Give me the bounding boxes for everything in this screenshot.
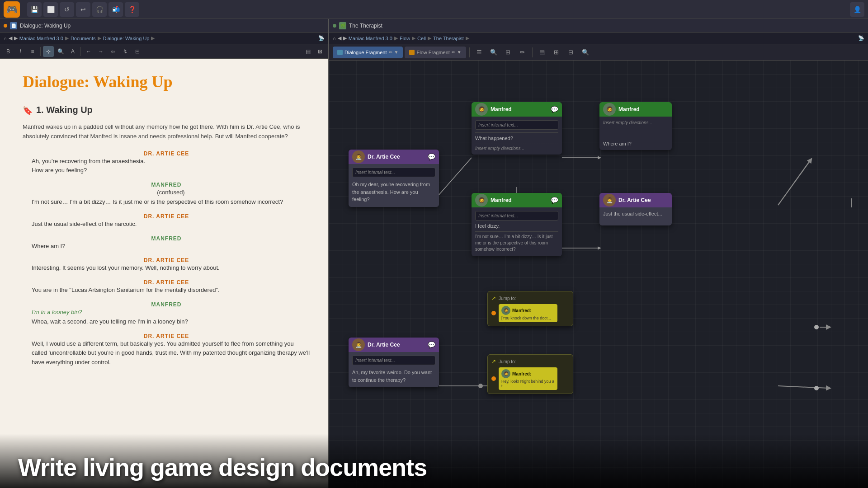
breadcrumb-maniac[interactable]: Maniac Manfred 3.0: [19, 36, 63, 41]
btn-format1[interactable]: ←: [83, 46, 94, 57]
node-header-manfred1: 🧔 Manfred 💬: [472, 102, 562, 117]
toolbar-undo2[interactable]: ↩: [76, 2, 90, 17]
toolbar-user[interactable]: 👤: [850, 2, 864, 17]
toolbar-save[interactable]: 💾: [27, 2, 42, 17]
btn-format3[interactable]: ⇦: [108, 46, 118, 57]
node-artie-2[interactable]: 👨‍⚕️ Dr. Artie Cee Just the usual side-e…: [599, 193, 672, 225]
node-text-where: Where am I?: [603, 139, 668, 146]
btn-select[interactable]: ⊹: [43, 46, 54, 57]
node-input-manfred3[interactable]: Insert internal text...: [475, 211, 558, 221]
char-artie-3: DR. ARTIE CEE: [23, 257, 310, 263]
left-panel-document: 📄 Dialogue: Waking Up ⌂ ◀ ▶ Maniac Manfr…: [0, 19, 329, 488]
btn-flow-table[interactable]: ⊞: [502, 46, 514, 59]
node-chat-manfred3: 💬: [551, 197, 558, 204]
dialogue-line-6: DR. ARTIE CEE You are in the "Lucas Arts…: [23, 279, 310, 295]
btn-font[interactable]: A: [67, 46, 78, 57]
jump-node-2[interactable]: ↗ Jump to: 🧔 Manfred: Hey, look! Right b…: [487, 354, 573, 394]
node-input-artie3[interactable]: Insert internal text...: [352, 356, 435, 365]
flow-canvas[interactable]: 🧔 Manfred 💬 Insert internal text... What…: [329, 61, 868, 488]
node-empty-2: Insert empty directions...: [603, 120, 668, 125]
nav-prev[interactable]: ◀: [9, 35, 12, 41]
btn-bold[interactable]: B: [3, 46, 14, 57]
btn-italic[interactable]: I: [15, 46, 26, 57]
node-header-manfred3: 🧔 Manfred 💬: [472, 193, 562, 207]
jump-target-2: 🧔 Manfred: Hey, look! Right behind you a…: [491, 367, 569, 390]
manfred-avatar-2: 🧔: [603, 103, 616, 116]
jump-target-1: 🧔 Manfred: [You knock down the doct...: [491, 304, 569, 322]
node-header-artie3: 👨‍⚕️ Dr. Artie Cee 💬: [349, 338, 439, 352]
node-chat-artie3: 💬: [428, 341, 435, 348]
right-bc-flow[interactable]: Flow: [400, 36, 410, 41]
node-artie-1[interactable]: 👨‍⚕️ Dr. Artie Cee 💬 Insert internal tex…: [349, 150, 439, 207]
right-bc-maniac[interactable]: Maniac Manfred 3.0: [349, 36, 392, 41]
btn-list-view[interactable]: ☰: [473, 46, 486, 59]
btn-align[interactable]: ≡: [27, 46, 38, 57]
node-header-artie1: 👨‍⚕️ Dr. Artie Cee 💬: [349, 150, 439, 164]
node-manfred-3[interactable]: 🧔 Manfred 💬 Insert internal text... I fe…: [472, 193, 562, 256]
btn-flow-zoom[interactable]: 🔍: [579, 46, 592, 59]
breadcrumb-dialogue[interactable]: Dialogue: Waking Up: [103, 36, 150, 41]
btn-format4[interactable]: ↯: [120, 46, 131, 57]
svg-line-0: [778, 160, 811, 205]
toolbar-help[interactable]: ❓: [125, 2, 139, 17]
right-nav-next[interactable]: ▶: [343, 35, 347, 41]
artie-avatar-2: 👨‍⚕️: [603, 194, 616, 206]
tab-flow-fragment[interactable]: Flow Fragment ✏ ▼: [405, 47, 466, 58]
node-input-artie1[interactable]: Insert internal text...: [352, 168, 435, 177]
jump-card-2: 🧔 Manfred: Hey, look! Right behind you a…: [499, 367, 557, 390]
right-bc-therapist[interactable]: The Therapist: [433, 36, 464, 41]
connection-lines: [329, 61, 868, 488]
btn-flow-view1[interactable]: ▤: [536, 46, 548, 59]
node-header-artie2: 👨‍⚕️ Dr. Artie Cee: [599, 193, 672, 207]
node-body-artie1: Insert internal text... Oh my dear, you'…: [349, 164, 439, 207]
tab-dialogue-fragment[interactable]: Dialogue Fragment ✏ ▼: [333, 47, 403, 58]
toolbar-audio[interactable]: 🎧: [92, 2, 107, 17]
dialogue-text-8: Well, I would use a different term, but …: [32, 339, 310, 367]
dialogue-line-7: MANFRED I'm in a looney bin? Whoa, wait …: [23, 301, 310, 327]
node-chat-1: 💬: [551, 106, 558, 113]
btn-view1[interactable]: ▤: [302, 46, 313, 57]
btn-view2[interactable]: ⊠: [315, 46, 326, 57]
node-manfred-2[interactable]: 🧔 Manfred Insert empty directions... Whe…: [599, 102, 672, 150]
left-breadcrumb: ⌂ ◀ ▶ Maniac Manfred 3.0 ▶ Documents ▶ D…: [0, 33, 328, 44]
toolbar-undo1[interactable]: ↺: [60, 2, 74, 17]
dialogue-text-7: I'm in a looney bin?: [32, 308, 310, 317]
btn-flow-view3[interactable]: ⊟: [565, 46, 577, 59]
jump-arrow-icon-1: ↗: [491, 295, 496, 301]
toolbar-mail[interactable]: 📬: [108, 2, 123, 17]
btn-flow-search[interactable]: 🔍: [487, 46, 500, 59]
doc-toolbar: B I ≡ ⊹ 🔍 A ← → ⇦ ↯ ⊟ ▤ ⊠: [0, 44, 328, 59]
btn-format5[interactable]: ⊟: [132, 46, 143, 57]
dialogue-line-5: DR. ARTIE CEE Interesting. It seems you …: [23, 257, 310, 273]
btn-format2[interactable]: →: [95, 46, 106, 57]
node-body-artie3: Insert internal text... Ah, my favorite …: [349, 352, 439, 387]
btn-flow-view2[interactable]: ⊞: [550, 46, 563, 59]
right-bc-cell[interactable]: Cell: [417, 36, 426, 41]
doc-content[interactable]: Dialogue: Waking Up 🔖 1. Waking Up Manfr…: [0, 59, 328, 488]
node-input-1[interactable]: Insert internal text...: [475, 120, 558, 130]
right-toolbar: Dialogue Fragment ✏ ▼ Flow Fragment ✏ ▼ …: [329, 44, 868, 61]
node-text-1: What happened?: [475, 132, 558, 141]
right-nav-prev[interactable]: ◀: [338, 35, 341, 41]
node-char-artie2: Dr. Artie Cee: [618, 197, 651, 203]
section-header: 🔖 1. Waking Up: [23, 105, 310, 115]
toolbar-new[interactable]: ⬜: [43, 2, 58, 17]
node-manfred-1[interactable]: 🧔 Manfred 💬 Insert internal text... What…: [472, 102, 562, 155]
manfred-avatar-3: 🧔: [475, 194, 488, 206]
btn-flow-edit[interactable]: ✏: [516, 46, 529, 59]
jump-node-1[interactable]: ↗ Jump to: 🧔 Manfred: [You knock down th…: [487, 291, 573, 326]
title-dot: [4, 24, 7, 28]
app-icon[interactable]: 🎮: [4, 1, 20, 18]
node-artie-3[interactable]: 👨‍⚕️ Dr. Artie Cee 💬 Insert internal tex…: [349, 338, 439, 387]
svg-line-7: [778, 386, 829, 388]
right-home-icon: ⌂: [333, 36, 336, 41]
breadcrumb-documents[interactable]: Documents: [71, 36, 96, 41]
dialogue-text-5: Interesting. It seems you lost your memo…: [32, 263, 310, 273]
main-area: 📄 Dialogue: Waking Up ⌂ ◀ ▶ Maniac Manfr…: [0, 19, 868, 488]
right-panel-title: The Therapist: [349, 23, 382, 29]
nav-next[interactable]: ▶: [14, 35, 18, 41]
btn-search[interactable]: 🔍: [55, 46, 66, 57]
jump-dot-2: [491, 376, 496, 381]
char-artie-4: DR. ARTIE CEE: [23, 279, 310, 286]
dialogue-text-2: (confused): [32, 188, 310, 197]
